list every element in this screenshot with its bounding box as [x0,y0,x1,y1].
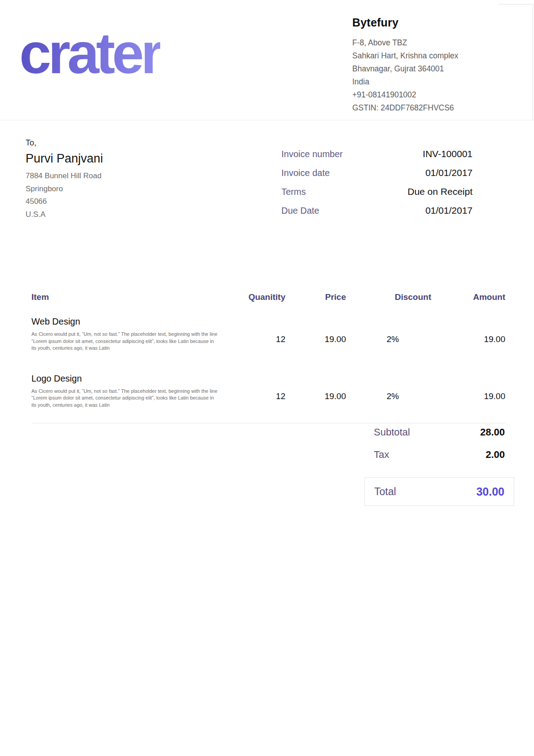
due-date-value: 01/01/2017 [425,205,473,216]
invoice-date-label: Invoice date [281,167,330,179]
item-quantity: 12 [236,374,285,409]
terms-label: Terms [281,186,306,198]
subtotal-value: 28.00 [480,426,505,439]
invoice-number-row: Invoice number INV-100001 [281,148,473,160]
bill-to-intro: To, [26,136,214,149]
company-address-line: Bhavnagar, Gujrat 364001 [352,62,523,75]
tax-label: Tax [374,448,389,462]
invoice-number-value: INV-100001 [423,148,473,160]
item-quantity: 12 [236,316,285,352]
customer-address-line: 45066 [26,195,214,208]
table-row: Web Design As Cicero would put it, “Um, … [31,307,505,364]
header-quantity: Quanitity [236,292,285,303]
invoice-date-value: 01/01/2017 [425,167,473,179]
terms-row: Terms Due on Receipt [281,186,473,198]
company-address-line: Sahkari Hart, Krishna complex [352,49,523,62]
grand-total-box: Total 30.00 [364,477,514,506]
screen-edge-artifact [533,4,533,120]
crater-logo: crater [19,23,160,84]
company-name: Bytefury [352,16,523,29]
grand-total-value: 30.00 [476,485,504,498]
header-item: Item [31,292,236,303]
invoice-header: crater Bytefury F-8, Above TBZ Sahkari H… [0,0,534,120]
invoice-meta-block: Invoice number INV-100001 Invoice date 0… [281,148,473,224]
item-name: Logo Design [31,374,236,384]
totals-block: Subtotal 28.00 Tax 2.00 Total 30.00 [364,426,514,506]
item-cell: Logo Design As Cicero would put it, “Um,… [31,374,236,409]
subtotal-row: Subtotal 28.00 [364,426,514,439]
header-price: Price [285,292,346,303]
customer-address-line: U.S.A [26,208,214,221]
table-header-row: Item Quanitity Price Discount Amount [31,292,505,307]
line-items-table: Item Quanitity Price Discount Amount Web… [31,292,505,423]
invoice-date-row: Invoice date 01/01/2017 [281,167,473,179]
grand-total-label: Total [374,486,396,498]
item-discount: 2% [346,374,431,409]
customer-address-line: 7884 Bunnel Hill Road [26,170,214,183]
invoice-page: crater Bytefury F-8, Above TBZ Sahkari H… [0,0,534,756]
company-address-line: F-8, Above TBZ [352,36,523,49]
company-phone: +91-08141901002 [352,88,523,101]
customer-name: Purvi Panjvani [26,149,214,167]
item-price: 19.00 [285,316,346,352]
customer-address-line: Springboro [26,183,214,196]
tax-value: 2.00 [486,448,505,462]
tax-row: Tax 2.00 [364,448,514,462]
due-date-label: Due Date [281,205,320,216]
table-row: Logo Design As Cicero would put it, “Um,… [31,364,505,421]
item-description: As Cicero would put it, “Um, not so fast… [31,331,219,352]
due-date-row: Due Date 01/01/2017 [281,205,473,216]
item-amount: 19.00 [431,316,505,352]
header-amount: Amount [431,292,505,303]
company-block: Bytefury F-8, Above TBZ Sahkari Hart, Kr… [352,16,523,114]
table-bottom-divider [31,423,505,423]
bill-to-block: To, Purvi Panjvani 7884 Bunnel Hill Road… [26,136,214,221]
subtotal-label: Subtotal [374,426,410,439]
invoice-number-label: Invoice number [281,148,343,160]
item-price: 19.00 [285,374,346,409]
terms-value: Due on Receipt [407,186,473,198]
screen-edge-artifact [498,4,533,4]
item-amount: 19.00 [431,374,505,409]
item-discount: 2% [346,316,431,352]
company-address-line: India [352,75,523,88]
header-discount: Discount [346,292,431,303]
item-name: Web Design [31,316,236,327]
item-cell: Web Design As Cicero would put it, “Um, … [31,316,236,352]
item-description: As Cicero would put it, “Um, not so fast… [31,388,219,409]
company-gstin: GSTIN: 24DDF7682FHVCS6 [352,101,523,114]
